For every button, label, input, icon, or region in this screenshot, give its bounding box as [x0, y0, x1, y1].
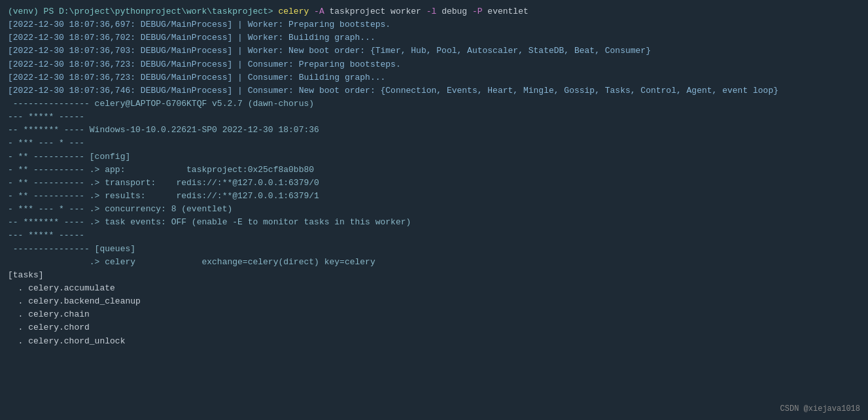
terminal-line: - *** --- * ---: [8, 137, 860, 150]
terminal-line: [2022-12-30 18:07:36,703: DEBUG/MainProc…: [8, 44, 860, 58]
terminal-line: . celery.chord: [8, 321, 860, 334]
terminal-line: . celery.chain: [8, 308, 860, 321]
terminal-line: - ** ---------- .> app: taskproject:0x25…: [8, 164, 860, 177]
terminal-line: [2022-12-30 18:07:36,723: DEBUG/MainProc…: [8, 58, 860, 71]
terminal-line: [tasks]: [8, 269, 860, 282]
terminal-line: -- ******* ---- .> task events: OFF (ena…: [8, 216, 860, 229]
terminal-line: --- ***** -----: [8, 111, 860, 124]
terminal-line: --------------- celery@LAPTOP-G706KTQF v…: [8, 97, 860, 111]
terminal-line: - *** --- * --- .> concurrency: 8 (event…: [8, 203, 860, 216]
terminal-line: --------------- [queues]: [8, 243, 860, 256]
terminal-line: - ** ---------- [config]: [8, 150, 860, 164]
terminal-line: - ** ---------- .> transport: redis://:*…: [8, 177, 860, 190]
terminal-line: - ** ---------- .> results: redis://:**@…: [8, 190, 860, 203]
terminal-output: (venv) PS D:\project\pythonproject\work\…: [8, 5, 860, 348]
terminal-line: [2022-12-30 18:07:36,702: DEBUG/MainProc…: [8, 31, 860, 44]
terminal-line: [2022-12-30 18:07:36,723: DEBUG/MainProc…: [8, 71, 860, 84]
terminal-line: . celery.backend_cleanup: [8, 295, 860, 308]
terminal-window: (venv) PS D:\project\pythonproject\work\…: [0, 0, 868, 420]
watermark: CSDN @xiejava1018: [780, 404, 860, 413]
terminal-line: [2022-12-30 18:07:36,697: DEBUG/MainProc…: [8, 18, 860, 31]
terminal-line: --- ***** -----: [8, 229, 860, 242]
terminal-line: . celery.accumulate: [8, 282, 860, 295]
terminal-line: . celery.chord_unlock: [8, 335, 860, 348]
terminal-line: (venv) PS D:\project\pythonproject\work\…: [8, 5, 860, 18]
terminal-line: .> celery exchange=celery(direct) key=ce…: [8, 256, 860, 269]
terminal-line: [2022-12-30 18:07:36,746: DEBUG/MainProc…: [8, 84, 860, 97]
terminal-line: -- ******* ---- Windows-10-10.0.22621-SP…: [8, 124, 860, 137]
